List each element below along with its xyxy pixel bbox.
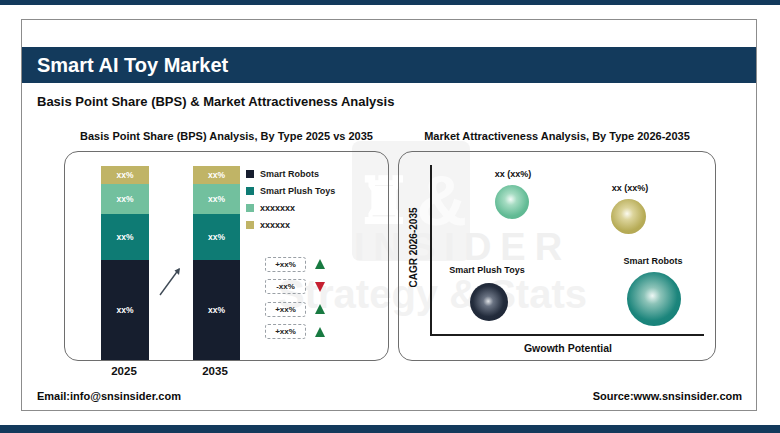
bubble-smart-robots (627, 272, 681, 326)
y-axis-title: CAGR 2026-2035 (408, 188, 419, 308)
stacked-bar-2025: xx% xx% xx% xx% (101, 166, 149, 360)
top-accent-strip (0, 0, 780, 5)
segment-value: xx% (208, 194, 225, 204)
delta-item: -xx% (265, 276, 325, 299)
trend-up-icon (315, 304, 325, 314)
legend-label: xxxxxx (260, 220, 290, 230)
header-band: Smart AI Toy Market (22, 47, 756, 83)
segment-value: xx% (116, 170, 133, 180)
delta-item: +xx% (265, 321, 325, 344)
bar-segment: xx% (101, 184, 149, 214)
stacked-bar-2035: xx% xx% xx% xx% (193, 166, 240, 360)
attractiveness-chart-panel: CAGR 2026-2035 Gwowth Potential xx (xx%)… (398, 151, 716, 361)
delta-value-box: +xx% (265, 324, 306, 339)
bar-segment: xx% (193, 184, 240, 214)
x-axis-label-2035: 2035 (185, 365, 245, 377)
main-card: ♜ & INSIDER Strategy & Stats Smart AI To… (21, 19, 757, 411)
legend-swatch (246, 204, 254, 212)
legend-label: xxxxxxx (260, 203, 295, 213)
segment-value: xx% (116, 232, 133, 242)
page-subtitle: Basis Point Share (BPS) & Market Attract… (37, 94, 394, 109)
legend-item: xxxxxxx (246, 199, 335, 216)
delta-value-box: -xx% (265, 279, 306, 294)
bar-segment: xx% (101, 166, 149, 184)
footer-email: Email:info@snsinsider.com (37, 390, 181, 402)
delta-value-box: +xx% (265, 257, 306, 272)
bps-chart-title: Basis Point Share (BPS) Analysis, By Typ… (64, 130, 389, 142)
legend-swatch (246, 221, 254, 229)
bar-segment: xx% (101, 214, 149, 260)
x-axis-label-2025: 2025 (94, 365, 154, 377)
legend-item: xxxxxx (246, 216, 335, 233)
bps-legend: Smart Robots Smart Plush Toys xxxxxxx xx… (246, 165, 335, 233)
attractiveness-chart-title: Market Attractiveness Analysis, By Type … (398, 130, 716, 142)
bubble-label: Smart Plush Toys (449, 265, 524, 275)
bar-segment: xx% (193, 214, 240, 260)
trend-down-icon (315, 282, 325, 292)
x-axis-title: Gwowth Potential (498, 342, 638, 354)
bps-delta-list: +xx% -xx% +xx% +xx% (265, 253, 325, 343)
trend-up-icon (315, 327, 325, 337)
segment-value: xx% (208, 305, 225, 315)
bubble-seafoam (495, 185, 529, 219)
bubble-label: xx (xx%) (612, 183, 649, 193)
legend-label: Smart Plush Toys (260, 186, 335, 196)
growth-arrow-icon (157, 264, 185, 298)
bubble-smart-plush-toys (470, 283, 508, 321)
footer-source: Source:www.snsinsider.com (593, 390, 742, 402)
bottom-accent-strip (0, 425, 780, 433)
infographic-canvas: ♜ & INSIDER Strategy & Stats Smart AI To… (0, 0, 780, 433)
bubble-label: xx (xx%) (495, 169, 532, 179)
x-axis-line (430, 334, 704, 336)
bps-chart-panel: xx% xx% xx% xx% xx% xx% (64, 151, 389, 361)
delta-item: +xx% (265, 298, 325, 321)
trend-up-icon (315, 259, 325, 269)
segment-value: xx% (116, 194, 133, 204)
segment-value: xx% (208, 170, 225, 180)
delta-item: +xx% (265, 253, 325, 276)
legend-label: Smart Robots (260, 169, 319, 179)
legend-item: Smart Robots (246, 165, 335, 182)
segment-value: xx% (116, 305, 133, 315)
y-axis-line (430, 165, 432, 335)
legend-item: Smart Plush Toys (246, 182, 335, 199)
bar-segment: xx% (193, 260, 240, 360)
bar-segment: xx% (101, 260, 149, 360)
bubble-khaki (611, 199, 646, 234)
bubble-label: Smart Robots (623, 256, 682, 266)
legend-swatch (246, 187, 254, 195)
segment-value: xx% (208, 232, 225, 242)
page-title: Smart AI Toy Market (22, 47, 756, 83)
legend-swatch (246, 170, 254, 178)
bar-segment: xx% (193, 166, 240, 184)
delta-value-box: +xx% (265, 302, 306, 317)
